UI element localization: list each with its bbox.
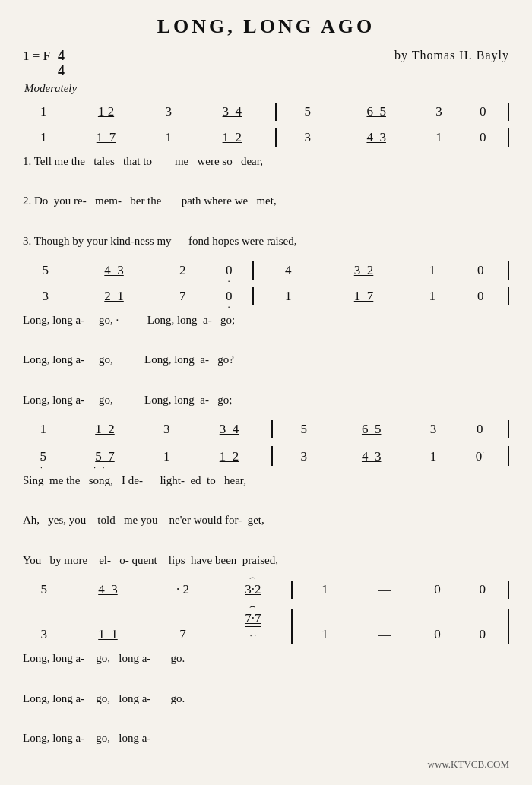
- s3-note-14: 4 3: [330, 446, 413, 466]
- lyric-2-1: Long, long a- go, · Long, long a- go;: [23, 310, 509, 330]
- s4-note-12: 7·7 · ·: [215, 609, 293, 644]
- lyric-4-2: Long, long a- go, long a- go.: [23, 688, 509, 708]
- page-title: LONG, LONG AGO: [23, 15, 509, 38]
- s2-note-11: 7: [160, 287, 206, 305]
- s2-note-7: 1: [410, 261, 455, 280]
- s2-note-5: 4: [253, 261, 318, 280]
- lyric-1-2: 2. Do you re- mem- ber the path where we…: [23, 191, 509, 210]
- note-12: 1 2: [189, 128, 276, 147]
- s3-note-12: 1 2: [187, 446, 272, 466]
- s3-note-9: 5: [23, 446, 64, 466]
- s2-note-10: 2 1: [68, 287, 160, 305]
- notation-row-3-2: 5 5 7 1 1 2 3 4 3 1 0·: [23, 446, 508, 466]
- s3-note-1: 1: [23, 420, 64, 438]
- s3-note-3: 3: [146, 420, 187, 438]
- s4-note-3: · 2: [150, 581, 214, 599]
- notation-row-1-2: [23, 121, 508, 128]
- notation-section-4: 5 4 3 · 2 3·2 1 — 0 0 3 1 1 7 7·7 · · 1 …: [23, 581, 509, 748]
- lyrics-block-4: Long, long a- go, long a- go. Long, long…: [23, 648, 509, 748]
- s3-note-7: 3: [413, 420, 454, 438]
- lyric-3-1: Sing me the song, I de- light- ed to hea…: [23, 470, 509, 490]
- s3-note-2: 1 2: [64, 420, 147, 438]
- note-13: 3: [276, 128, 334, 147]
- notation-row-1-1: 1 1 2 3 3 4 5 6 5 3 0: [23, 103, 508, 121]
- s2-note-13: 1: [253, 287, 318, 305]
- watermark: www.KTVCB.COM: [23, 758, 509, 771]
- lyric-2-2: Long, long a- go, Long, long a- go?: [23, 350, 509, 369]
- notation-row-4-2: 3 1 1 7 7·7 · · 1 — 0 0: [23, 609, 508, 644]
- s3-note-10: 5 7: [64, 446, 147, 466]
- notation-table-1: 1 1 2 3 3 4 5 6 5 3 0 1 1 7 1 1 2 3 4 3 …: [23, 103, 509, 147]
- key-time: 1 = F 4 4: [23, 49, 65, 79]
- lyric-4-3: Long, long a- go, long a-: [23, 728, 509, 748]
- s4-note-15: 0: [416, 609, 459, 644]
- s4-note-1: 5: [23, 581, 65, 599]
- s2-note-12: 0: [205, 287, 253, 305]
- s4-note-13: 1: [292, 609, 352, 644]
- lyric-2-3: Long, long a- go, Long, long a- go;: [23, 390, 509, 410]
- key-label: 1 = F: [23, 49, 50, 64]
- s2-note-15: 1: [410, 287, 455, 305]
- notation-section-2: 5 4 3 2 0 4 3 2 1 0 3 2 1 7 0 1 1 7 1 0 …: [23, 261, 509, 410]
- s4-note-9: 3: [23, 609, 65, 644]
- s4-note-10: 1 1: [65, 609, 151, 644]
- lyric-1-3: 3. Though by your kind-ness my fond hope…: [23, 231, 509, 251]
- lyrics-block-2: Long, long a- go, · Long, long a- go; Lo…: [23, 310, 509, 410]
- s2-note-6: 3 2: [318, 261, 410, 280]
- s4-note-11: 7: [150, 609, 214, 644]
- notation-table-4: 5 4 3 · 2 3·2 1 — 0 0 3 1 1 7 7·7 · · 1 …: [23, 581, 509, 644]
- note-7: 3: [418, 103, 459, 121]
- s3-note-8: 0: [454, 420, 508, 438]
- s3-note-5: 5: [272, 420, 330, 438]
- notation-section-3: 1 1 2 3 3 4 5 6 5 3 0 5 5 7 1 1 2 3 4 3 …: [23, 420, 509, 570]
- s2-note-4: 0: [205, 261, 253, 280]
- lyrics-block-3: Sing me the song, I de- light- ed to hea…: [23, 470, 509, 570]
- s2-note-8: 0: [455, 261, 508, 280]
- lyric-3-2: Ah, yes, you told me you ne'er would for…: [23, 510, 509, 530]
- s4-note-2: 4 3: [65, 581, 151, 599]
- composer: by Thomas H. Bayly: [394, 49, 509, 62]
- s3-note-11: 1: [146, 446, 187, 466]
- note-14: 4 3: [334, 128, 418, 147]
- notation-section-1: 1 1 2 3 3 4 5 6 5 3 0 1 1 7 1 1 2 3 4 3 …: [23, 103, 509, 251]
- note-6: 6 5: [334, 103, 418, 121]
- s4-note-4: 3·2: [215, 581, 293, 599]
- lyric-1-1: 1. Tell me the tales that to me were so …: [23, 151, 509, 171]
- note-9: 1: [23, 128, 64, 147]
- note-16: 0: [460, 128, 508, 147]
- s4-note-5: 1: [292, 581, 352, 599]
- lyrics-block-1: 1. Tell me the tales that to me were so …: [23, 151, 509, 251]
- notation-row-1-3: 1 1 7 1 1 2 3 4 3 1 0: [23, 128, 508, 147]
- notation-table-3: 1 1 2 3 3 4 5 6 5 3 0 5 5 7 1 1 2 3 4 3 …: [23, 420, 509, 466]
- note-10: 1 7: [64, 128, 147, 147]
- note-1: 1: [23, 103, 64, 121]
- s4-note-14: —: [353, 609, 416, 644]
- notation-row-2-2: 3 2 1 7 0 1 1 7 1 0: [23, 287, 508, 305]
- note-3: 3: [148, 103, 189, 121]
- notation-table-2: 5 4 3 2 0 4 3 2 1 0 3 2 1 7 0 1 1 7 1 0: [23, 261, 509, 305]
- s4-note-7: 0: [416, 581, 459, 599]
- s4-note-8: 0: [458, 581, 508, 599]
- time-signature: 4 4: [58, 49, 65, 79]
- s3-note-15: 1: [413, 446, 454, 466]
- s4-note-16: 0: [458, 609, 508, 644]
- s3-note-6: 6 5: [330, 420, 413, 438]
- s3-note-16: 0·: [454, 446, 508, 466]
- s2-note-3: 2: [160, 261, 206, 280]
- note-2: 1 2: [64, 103, 147, 121]
- s2-note-2: 4 3: [68, 261, 160, 280]
- note-15: 1: [418, 128, 459, 147]
- s2-note-9: 3: [23, 287, 68, 305]
- note-8: 0: [460, 103, 508, 121]
- s3-note-4: 3 4: [187, 420, 272, 438]
- header-row: 1 = F 4 4 by Thomas H. Bayly: [23, 49, 509, 79]
- lyric-4-1: Long, long a- go, long a- go.: [23, 648, 509, 668]
- s2-note-1: 5: [23, 261, 68, 280]
- note-4: 3 4: [189, 103, 276, 121]
- lyric-3-3: You by more el- o- quent lips have been …: [23, 550, 509, 570]
- notation-row-2-1: 5 4 3 2 0 4 3 2 1 0: [23, 261, 508, 280]
- s2-note-16: 0: [455, 287, 508, 305]
- s2-note-14: 1 7: [318, 287, 410, 305]
- notation-row-4-1: 5 4 3 · 2 3·2 1 — 0 0: [23, 581, 508, 599]
- note-5: 5: [276, 103, 334, 121]
